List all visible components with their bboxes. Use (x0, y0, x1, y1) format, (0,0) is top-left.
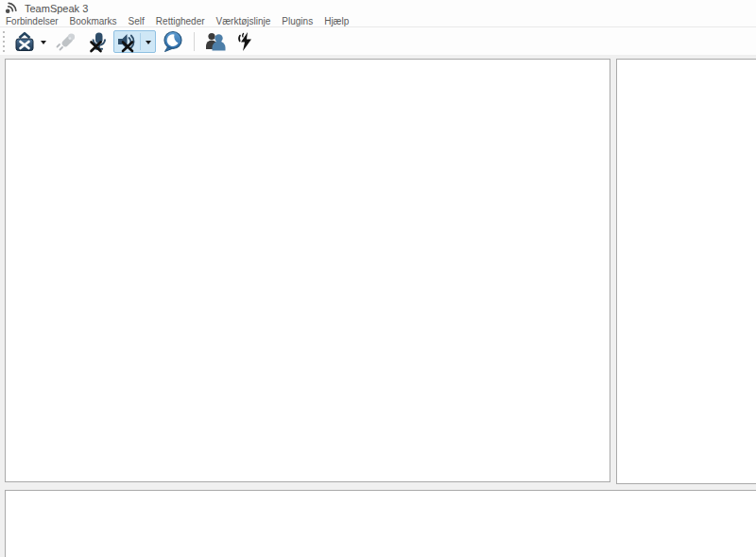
menu-vaerktojslinje[interactable]: Værktøjslinje (212, 15, 276, 27)
title-bar: TeamSpeak 3 (0, 0, 756, 15)
menu-forbindelser[interactable]: Forbindelser (1, 15, 63, 27)
speaker-muted-icon (116, 30, 137, 53)
toolbar (0, 28, 756, 55)
mute-speakers-button[interactable] (113, 30, 156, 53)
menu-plugins[interactable]: Plugins (277, 15, 318, 27)
dropdown-divider (140, 33, 141, 50)
disconnect-icon (56, 30, 78, 53)
contacts-button[interactable] (200, 30, 231, 53)
away-button[interactable] (158, 30, 188, 53)
content-area (0, 55, 756, 557)
spark-icon (235, 30, 256, 53)
menu-rettigheder[interactable]: Rettigheder (151, 15, 210, 27)
microphone-muted-icon (86, 30, 109, 53)
toolbar-grip[interactable] (2, 31, 5, 52)
away-bubble-icon (161, 30, 185, 53)
server-tree-panel[interactable] (5, 59, 610, 482)
info-panel (616, 59, 756, 484)
connect-button[interactable] (9, 30, 51, 53)
toolbar-separator (194, 32, 195, 51)
menu-self[interactable]: Self (124, 15, 149, 27)
mute-speakers-dropdown-arrow-icon[interactable] (146, 41, 151, 44)
teamspeak-window: TeamSpeak 3 Forbindelser Bookmarks Self … (0, 0, 756, 557)
menu-bookmarks[interactable]: Bookmarks (65, 15, 122, 27)
mute-microphone-button[interactable] (83, 30, 112, 53)
disconnect-button (53, 30, 81, 53)
connect-dropdown-arrow-icon[interactable] (41, 41, 46, 44)
menu-hjaelp[interactable]: Hjælp (319, 15, 353, 27)
connect-icon (12, 30, 37, 53)
menu-bar: Forbindelser Bookmarks Self Rettigheder … (0, 15, 756, 27)
teamspeak-logo-icon (4, 2, 17, 15)
chat-panel[interactable] (5, 490, 756, 557)
window-title: TeamSpeak 3 (25, 1, 88, 14)
push-to-talk-button[interactable] (232, 30, 259, 53)
contacts-icon (203, 30, 228, 53)
